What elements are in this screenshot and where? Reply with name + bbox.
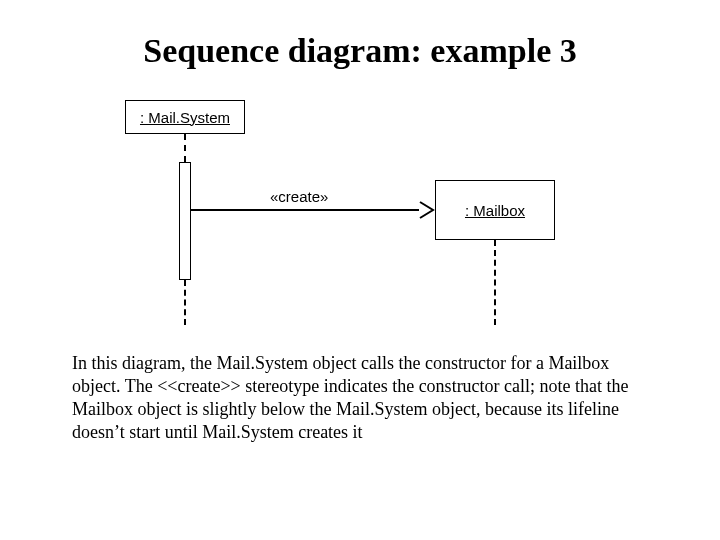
lifeline-mailbox [494, 240, 496, 325]
message-create-line [191, 209, 419, 211]
description-text: In this diagram, the Mail.System object … [0, 352, 720, 444]
object-mailbox-label: : Mailbox [465, 202, 525, 219]
page: Sequence diagram: example 3 : Mail.Syste… [0, 0, 720, 540]
object-mailbox: : Mailbox [435, 180, 555, 240]
activation-mail-system [179, 162, 191, 280]
object-mail-system-label: : Mail.System [140, 109, 230, 126]
lifeline-mail-system-top [184, 134, 186, 162]
lifeline-mail-system-bottom [184, 280, 186, 325]
message-create-label: «create» [270, 188, 328, 205]
page-title: Sequence diagram: example 3 [0, 0, 720, 70]
object-mail-system: : Mail.System [125, 100, 245, 134]
sequence-diagram: : Mail.System «create» : Mailbox [80, 100, 640, 330]
arrowhead-icon [418, 200, 436, 220]
